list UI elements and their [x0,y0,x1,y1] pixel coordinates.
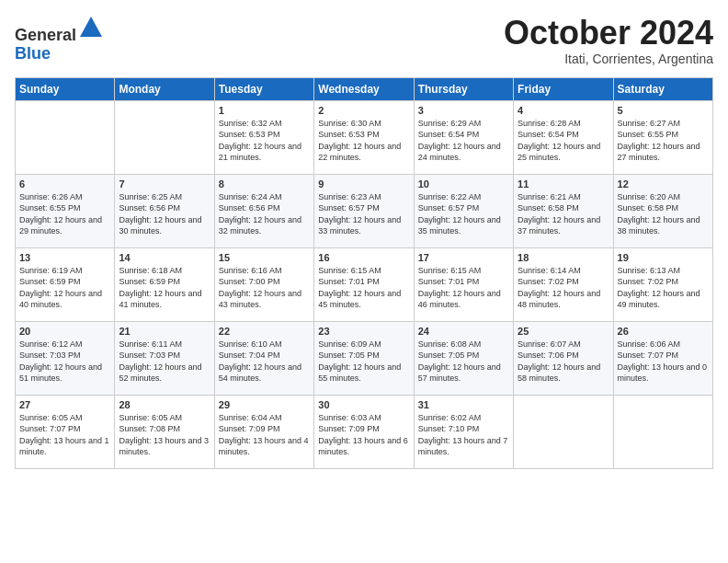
calendar-cell: 17Sunrise: 6:15 AMSunset: 7:01 PMDayligh… [414,247,513,321]
day-number: 29 [219,399,310,410]
week-row-5: 27Sunrise: 6:05 AMSunset: 7:07 PMDayligh… [16,395,713,468]
day-number: 30 [318,399,409,410]
col-header-tuesday: Tuesday [214,77,313,100]
col-header-monday: Monday [115,77,214,100]
cell-content: Sunrise: 6:29 AMSunset: 6:54 PMDaylight:… [418,118,509,164]
day-number: 31 [418,399,509,410]
cell-line: Daylight: 12 hours and 46 minutes. [418,289,501,310]
cell-content: Sunrise: 6:26 AMSunset: 6:55 PMDaylight:… [19,191,110,237]
cell-line: Sunset: 6:54 PM [518,130,579,139]
cell-line: Sunset: 7:07 PM [19,424,81,433]
day-number: 1 [219,105,310,116]
col-header-sunday: Sunday [16,77,115,100]
calendar-cell: 13Sunrise: 6:19 AMSunset: 6:59 PMDayligh… [16,247,115,321]
day-number: 8 [219,178,310,190]
day-number: 9 [318,178,409,190]
day-number: 27 [19,399,110,410]
calendar-cell: 24Sunrise: 6:08 AMSunset: 7:05 PMDayligh… [414,321,513,395]
day-number: 22 [219,326,310,337]
calendar-cell: 20Sunrise: 6:12 AMSunset: 7:03 PMDayligh… [16,321,115,395]
svg-marker-0 [80,17,102,37]
cell-content: Sunrise: 6:20 AMSunset: 6:58 PMDaylight:… [618,191,709,237]
day-number: 21 [119,326,210,337]
calendar-cell: 25Sunrise: 6:07 AMSunset: 7:06 PMDayligh… [514,321,613,395]
cell-line: Daylight: 12 hours and 48 minutes. [518,289,600,310]
calendar-table: SundayMondayTuesdayWednesdayThursdayFrid… [15,77,713,469]
cell-line: Sunrise: 6:25 AM [119,192,182,201]
calendar-cell: 4Sunrise: 6:28 AMSunset: 6:54 PMDaylight… [514,100,613,174]
cell-line: Sunrise: 6:06 AM [618,339,681,349]
cell-line: Sunrise: 6:15 AM [418,266,482,275]
cell-content: Sunrise: 6:05 AMSunset: 7:08 PMDaylight:… [119,412,210,458]
day-number: 2 [318,105,409,116]
cell-line: Daylight: 12 hours and 40 minutes. [19,289,102,310]
cell-content: Sunrise: 6:16 AMSunset: 7:00 PMDaylight:… [219,265,310,311]
cell-line: Sunset: 7:09 PM [318,424,380,433]
cell-line: Sunrise: 6:09 AM [318,339,381,349]
calendar-cell: 21Sunrise: 6:11 AMSunset: 7:03 PMDayligh… [115,321,214,395]
day-number: 15 [219,252,310,263]
cell-line: Sunrise: 6:22 AM [418,192,482,201]
calendar-cell: 6Sunrise: 6:26 AMSunset: 6:55 PMDaylight… [16,174,115,247]
cell-content: Sunrise: 6:14 AMSunset: 7:02 PMDaylight:… [518,265,609,311]
cell-line: Daylight: 12 hours and 43 minutes. [219,289,301,310]
cell-line: Daylight: 12 hours and 30 minutes. [119,215,201,236]
cell-line: Sunset: 7:00 PM [219,277,280,286]
cell-line: Daylight: 13 hours and 4 minutes. [219,436,309,457]
cell-line: Sunset: 7:02 PM [518,277,579,286]
week-row-1: 1Sunrise: 6:32 AMSunset: 6:53 PMDaylight… [16,100,713,174]
cell-line: Sunrise: 6:11 AM [119,339,182,349]
calendar-cell [613,395,712,468]
day-number: 23 [318,326,409,337]
cell-content: Sunrise: 6:15 AMSunset: 7:01 PMDaylight:… [418,265,509,311]
cell-line: Sunset: 7:04 PM [219,350,280,360]
cell-line: Sunrise: 6:05 AM [119,413,182,422]
cell-line: Sunset: 7:06 PM [518,350,579,360]
cell-line: Sunset: 6:57 PM [418,203,480,213]
cell-line: Daylight: 12 hours and 38 minutes. [618,215,700,236]
logo-general: General [15,26,76,44]
day-number: 16 [318,252,409,263]
cell-content: Sunrise: 6:25 AMSunset: 6:56 PMDaylight:… [119,191,210,237]
cell-line: Daylight: 12 hours and 25 minutes. [518,142,600,163]
calendar-cell: 19Sunrise: 6:13 AMSunset: 7:02 PMDayligh… [613,247,712,321]
cell-line: Sunrise: 6:23 AM [318,192,381,201]
cell-line: Sunrise: 6:29 AM [418,119,482,128]
week-row-4: 20Sunrise: 6:12 AMSunset: 7:03 PMDayligh… [16,321,713,395]
cell-line: Sunset: 7:01 PM [318,277,380,286]
page-header: General Blue October 2024 Itati, Corrien… [15,15,713,66]
cell-line: Sunrise: 6:24 AM [219,192,282,201]
calendar-cell: 11Sunrise: 6:21 AMSunset: 6:58 PMDayligh… [514,174,613,247]
day-number: 25 [518,326,609,337]
cell-content: Sunrise: 6:11 AMSunset: 7:03 PMDaylight:… [119,339,210,385]
col-header-friday: Friday [514,77,613,100]
cell-line: Sunrise: 6:03 AM [318,413,381,422]
cell-line: Sunset: 6:53 PM [318,130,380,139]
cell-content: Sunrise: 6:19 AMSunset: 6:59 PMDaylight:… [19,265,110,311]
logo-icon [78,15,104,40]
cell-line: Sunset: 6:59 PM [19,277,81,286]
cell-content: Sunrise: 6:09 AMSunset: 7:05 PMDaylight:… [318,339,409,385]
calendar-cell: 9Sunrise: 6:23 AMSunset: 6:57 PMDaylight… [314,174,414,247]
calendar-cell: 31Sunrise: 6:02 AMSunset: 7:10 PMDayligh… [414,395,513,468]
day-number: 20 [19,326,110,337]
cell-content: Sunrise: 6:08 AMSunset: 7:05 PMDaylight:… [418,339,509,385]
cell-line: Daylight: 13 hours and 0 minutes. [618,362,708,384]
cell-line: Sunset: 7:03 PM [19,350,81,360]
cell-line: Daylight: 12 hours and 54 minutes. [219,362,301,384]
cell-line: Sunset: 6:57 PM [318,203,380,213]
day-number: 13 [19,252,110,263]
calendar-cell [16,100,115,174]
cell-line: Daylight: 12 hours and 51 minutes. [19,362,102,384]
calendar-cell: 28Sunrise: 6:05 AMSunset: 7:08 PMDayligh… [115,395,214,468]
day-number: 28 [119,399,210,410]
cell-line: Sunrise: 6:12 AM [19,339,83,349]
cell-line: Sunset: 6:56 PM [219,203,280,213]
cell-line: Sunrise: 6:05 AM [19,413,83,422]
cell-content: Sunrise: 6:30 AMSunset: 6:53 PMDaylight:… [318,118,409,164]
cell-line: Daylight: 12 hours and 21 minutes. [219,142,301,163]
calendar-cell [115,100,214,174]
cell-line: Sunrise: 6:16 AM [219,266,282,275]
cell-line: Sunset: 7:07 PM [618,350,679,360]
cell-content: Sunrise: 6:04 AMSunset: 7:09 PMDaylight:… [219,412,310,458]
